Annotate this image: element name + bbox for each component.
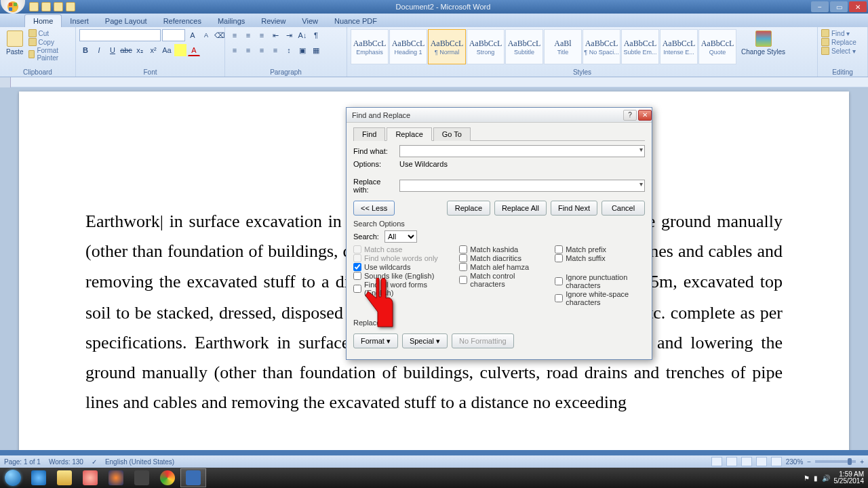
change-case-button[interactable]: Aa	[161, 44, 173, 56]
style-tile[interactable]: AaBlTitle	[544, 29, 582, 64]
zoom-out-button[interactable]: −	[807, 458, 811, 466]
style-tile[interactable]: AaBbCcLIntense E...	[660, 29, 698, 64]
multilevel-button[interactable]: ≡	[256, 29, 268, 41]
find-what-input[interactable]	[399, 145, 645, 157]
subscript-button[interactable]: x₂	[134, 44, 146, 56]
view-print-layout-button[interactable]	[711, 457, 722, 466]
zoom-slider[interactable]	[815, 460, 856, 463]
zoom-level[interactable]: 230%	[786, 458, 804, 466]
horizontal-ruler[interactable]	[0, 77, 868, 87]
tab-view[interactable]: View	[294, 15, 326, 27]
bold-button[interactable]: B	[79, 44, 92, 56]
office-button[interactable]	[1, 0, 25, 14]
shrink-font-button[interactable]: A	[200, 29, 212, 41]
select-button[interactable]: Select ▾	[821, 47, 856, 55]
highlight-button[interactable]	[174, 44, 186, 56]
checkbox-ignore-white-space-characters[interactable]: Ignore white-space characters	[555, 290, 645, 306]
align-left-button[interactable]: ≡	[229, 44, 241, 56]
style-tile[interactable]: AaBbCcLSubtle Em...	[621, 29, 659, 64]
dialog-close-button[interactable]: ✕	[638, 110, 652, 121]
view-web-layout-button[interactable]	[741, 457, 752, 466]
status-proof-icon[interactable]: ✓	[92, 458, 97, 466]
superscript-button[interactable]: x²	[147, 44, 159, 56]
taskbar-chrome[interactable]	[155, 468, 180, 487]
checkbox-ignore-punctuation-characters[interactable]: Ignore punctuation characters	[555, 273, 645, 289]
underline-button[interactable]: U	[106, 44, 119, 56]
borders-button[interactable]: ▦	[310, 44, 322, 56]
close-button[interactable]: ✕	[849, 1, 867, 12]
checkbox-match-prefix[interactable]: Match prefix	[555, 245, 645, 253]
taskbar-unity[interactable]	[129, 468, 155, 487]
tab-mailings[interactable]: Mailings	[210, 15, 253, 27]
checkbox-use-wildcards[interactable]: Use wildcards	[353, 263, 439, 271]
bullets-button[interactable]: ≡	[229, 29, 241, 41]
dialog-tab-replace[interactable]: Replace	[387, 127, 431, 141]
special-button[interactable]: Special ▾	[402, 333, 448, 348]
dialog-help-button[interactable]: ?	[623, 110, 637, 121]
numbering-button[interactable]: ≡	[242, 29, 254, 41]
zoom-in-button[interactable]: +	[860, 458, 864, 466]
font-color-button[interactable]: A	[188, 44, 200, 56]
start-button[interactable]	[0, 468, 26, 488]
tab-insert[interactable]: Insert	[62, 15, 97, 27]
qat-save-icon[interactable]	[29, 2, 39, 12]
font-name-input[interactable]	[79, 29, 161, 41]
no-formatting-button[interactable]: No Formatting	[452, 333, 514, 348]
align-right-button[interactable]: ≡	[256, 44, 268, 56]
tab-review[interactable]: Review	[253, 15, 294, 27]
minimize-button[interactable]: −	[811, 1, 829, 12]
tray-network-icon[interactable]: ▮	[814, 474, 818, 482]
style-tile[interactable]: AaBbCcLSubtitle	[505, 29, 543, 64]
tab-references[interactable]: References	[155, 15, 210, 27]
font-size-input[interactable]	[162, 29, 185, 41]
clear-format-button[interactable]: ⌫	[214, 29, 226, 41]
system-tray[interactable]: ⚑ ▮ 🔊 1:59 AM 5/25/2014	[804, 471, 869, 485]
style-tile[interactable]: AaBbCcL¶ Normal	[428, 29, 466, 64]
find-button[interactable]: Find ▾	[821, 29, 850, 37]
shading-button[interactable]: ▣	[296, 44, 309, 56]
replace-all-button[interactable]: Replace All	[494, 201, 547, 216]
style-tile[interactable]: AaBbCcLStrong	[467, 29, 505, 64]
decrease-indent-button[interactable]: ⇤	[269, 29, 281, 41]
dialog-tab-find[interactable]: Find	[353, 127, 385, 141]
status-language[interactable]: English (United States)	[105, 458, 174, 466]
taskbar-firefox[interactable]	[103, 468, 129, 487]
view-outline-button[interactable]	[756, 457, 767, 466]
checkbox-match-kashida[interactable]: Match kashida	[459, 245, 534, 253]
checkbox-match-alef-hamza[interactable]: Match alef hamza	[459, 263, 534, 271]
increase-indent-button[interactable]: ⇥	[283, 29, 295, 41]
tab-nuance-pdf[interactable]: Nuance PDF	[326, 15, 385, 27]
taskbar-media-player[interactable]	[77, 468, 103, 487]
taskbar-word[interactable]	[180, 468, 206, 487]
dialog-titlebar[interactable]: Find and Replace ? ✕	[347, 108, 652, 123]
tab-page-layout[interactable]: Page Layout	[97, 15, 155, 27]
qat-redo-icon[interactable]	[54, 2, 63, 12]
qat-new-icon[interactable]	[66, 2, 75, 12]
qat-undo-icon[interactable]	[41, 2, 51, 12]
show-marks-button[interactable]: ¶	[310, 29, 322, 41]
style-tile[interactable]: AaBbCcLEmphasis	[351, 29, 389, 64]
view-draft-button[interactable]	[771, 457, 782, 466]
find-next-button[interactable]: Find Next	[551, 201, 597, 216]
status-words[interactable]: Words: 130	[49, 458, 83, 466]
view-full-screen-button[interactable]	[726, 457, 737, 466]
sort-button[interactable]: A↓	[296, 29, 309, 41]
cancel-button[interactable]: Cancel	[601, 201, 645, 216]
taskbar-explorer[interactable]	[52, 468, 77, 487]
checkbox-match-suffix[interactable]: Match suffix	[555, 254, 645, 262]
checkbox-match-control-characters[interactable]: Match control characters	[459, 272, 534, 288]
format-painter-button[interactable]: Format Painter	[28, 47, 72, 62]
maximize-button[interactable]: ▭	[830, 1, 848, 12]
replace-with-input[interactable]	[399, 180, 645, 192]
taskbar-ie[interactable]	[26, 468, 52, 487]
cut-button[interactable]: Cut	[28, 29, 72, 37]
replace-button[interactable]: Replace	[821, 38, 856, 46]
italic-button[interactable]: I	[93, 44, 105, 56]
paste-button[interactable]: Paste	[3, 29, 26, 57]
tab-home[interactable]: Home	[24, 14, 62, 27]
less-button[interactable]: << Less	[353, 201, 395, 216]
line-spacing-button[interactable]: ↕	[283, 44, 295, 56]
grow-font-button[interactable]: A	[186, 29, 199, 41]
copy-button[interactable]: Copy	[28, 38, 72, 46]
dialog-tab-goto[interactable]: Go To	[433, 127, 471, 141]
